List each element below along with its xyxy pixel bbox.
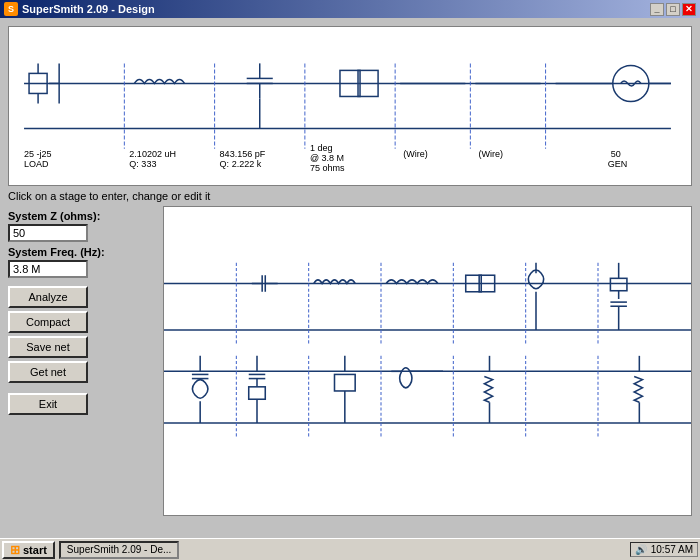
taskbar-clock: 🔊 10:57 AM [630, 542, 698, 557]
bottom-section: System Z (ohms): System Freq. (Hz): Anal… [8, 206, 692, 516]
analyze-button[interactable]: Analyze [8, 286, 88, 308]
instruction-text: Click on a stage to enter, change or edi… [8, 190, 692, 202]
left-panel: System Z (ohms): System Freq. (Hz): Anal… [8, 206, 163, 516]
palette-panel[interactable] [163, 206, 692, 516]
svg-text:1  deg: 1 deg [310, 143, 333, 153]
start-button[interactable]: ⊞ start [2, 541, 55, 559]
circuit-area[interactable]: 25 -j25 LOAD 2.10202 uH Q: 333 843.156 p… [8, 26, 692, 186]
svg-text:75  ohms: 75 ohms [310, 163, 345, 173]
taskbar-item[interactable]: SuperSmith 2.09 - De... [59, 541, 180, 559]
palette-svg [164, 207, 691, 515]
get-net-button[interactable]: Get net [8, 361, 88, 383]
action-buttons: Analyze Compact Save net Get net [8, 286, 163, 383]
svg-text:@ 3.8 M: @ 3.8 M [310, 153, 344, 163]
svg-text:50: 50 [611, 149, 621, 159]
svg-text:(Wire): (Wire) [478, 149, 503, 159]
svg-rect-76 [249, 387, 266, 399]
system-z-group: System Z (ohms): [8, 210, 163, 242]
compact-button[interactable]: Compact [8, 311, 88, 333]
taskbar-left: ⊞ start SuperSmith 2.09 - De... [2, 541, 179, 559]
windows-icon: ⊞ [10, 543, 20, 557]
close-button[interactable]: ✕ [682, 3, 696, 16]
clock-display: 10:57 AM [651, 544, 693, 555]
svg-text:Q: 2.222 k: Q: 2.222 k [220, 159, 262, 169]
app-icon: S [4, 2, 18, 16]
system-freq-label: System Freq. (Hz): [8, 246, 163, 258]
svg-text:GEN: GEN [608, 159, 628, 169]
taskbar: ⊞ start SuperSmith 2.09 - De... 🔊 10:57 … [0, 538, 700, 560]
title-bar-text: SuperSmith 2.09 - Design [22, 3, 155, 15]
system-z-label: System Z (ohms): [8, 210, 163, 222]
system-z-input[interactable] [8, 224, 88, 242]
exit-btn-container: Exit [8, 393, 163, 415]
start-label: start [23, 544, 47, 556]
svg-text:(Wire): (Wire) [403, 149, 428, 159]
system-freq-group: System Freq. (Hz): [8, 246, 163, 278]
minimize-button[interactable]: _ [650, 3, 664, 16]
svg-text:25  -j25: 25 -j25 [24, 149, 52, 159]
save-net-button[interactable]: Save net [8, 336, 88, 358]
exit-button[interactable]: Exit [8, 393, 88, 415]
svg-rect-55 [610, 278, 627, 290]
title-bar-buttons: _ □ ✕ [650, 3, 696, 16]
svg-rect-79 [335, 374, 356, 391]
svg-text:LOAD: LOAD [24, 159, 49, 169]
main-content: 25 -j25 LOAD 2.10202 uH Q: 333 843.156 p… [0, 18, 700, 542]
maximize-button[interactable]: □ [666, 3, 680, 16]
clock-icon: 🔊 [635, 544, 647, 555]
system-freq-input[interactable] [8, 260, 88, 278]
title-bar: S SuperSmith 2.09 - Design _ □ ✕ [0, 0, 700, 18]
svg-text:843.156 pF: 843.156 pF [220, 149, 266, 159]
svg-text:2.10202 uH: 2.10202 uH [129, 149, 176, 159]
svg-text:Q: 333: Q: 333 [129, 159, 156, 169]
circuit-diagram: 25 -j25 LOAD 2.10202 uH Q: 333 843.156 p… [9, 27, 691, 185]
